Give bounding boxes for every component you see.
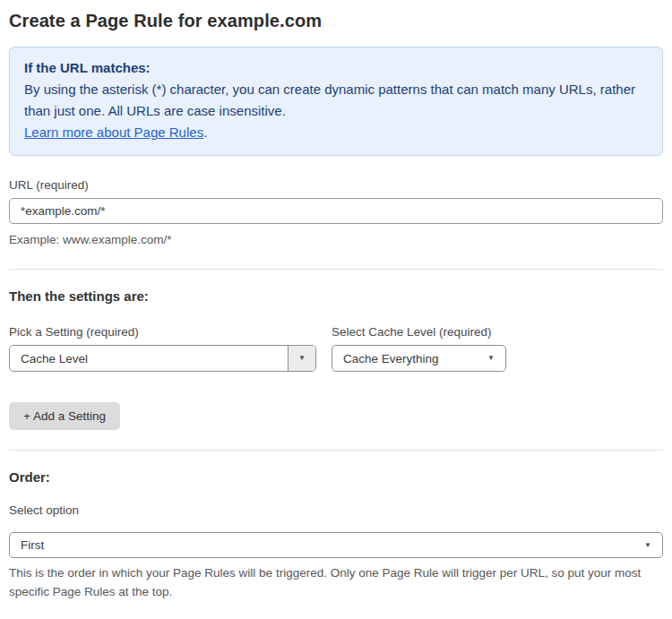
divider xyxy=(9,269,663,270)
add-setting-button[interactable]: + Add a Setting xyxy=(9,402,120,430)
learn-more-link[interactable]: Learn more about Page Rules xyxy=(24,125,203,140)
url-section: URL (required) Example: www.example.com/… xyxy=(9,178,663,249)
info-box-link-line: Learn more about Page Rules. xyxy=(24,122,648,143)
url-field-label: URL (required) xyxy=(9,178,663,192)
divider xyxy=(9,450,663,451)
order-select[interactable]: First ▼ xyxy=(9,532,663,558)
setting-picker-arrow-segment[interactable]: ▼ xyxy=(288,346,315,371)
chevron-down-icon: ▼ xyxy=(298,355,306,362)
settings-row: Pick a Setting (required) Cache Level ▼ … xyxy=(9,325,663,372)
order-helper-text: This is the order in which your Page Rul… xyxy=(9,563,663,601)
setting-picker-value: Cache Level xyxy=(10,352,288,365)
chevron-down-icon: ▼ xyxy=(644,542,651,549)
cache-level-label: Select Cache Level (required) xyxy=(332,325,506,339)
order-section: Order: Select option First ▼ This is the… xyxy=(9,469,663,601)
setting-picker-label: Pick a Setting (required) xyxy=(9,325,316,339)
info-box-body: By using the asterisk (*) character, you… xyxy=(24,79,648,122)
info-box-heading: If the URL matches: xyxy=(24,57,648,79)
url-example-helper: Example: www.example.com/* xyxy=(9,230,663,249)
link-suffix: . xyxy=(203,125,207,140)
url-input[interactable] xyxy=(9,198,663,224)
cache-level-value: Cache Everything xyxy=(332,352,487,365)
setting-picker-select[interactable]: Cache Level ▼ xyxy=(9,345,316,372)
order-select-label: Select option xyxy=(9,503,663,517)
settings-section: Then the settings are: Pick a Setting (r… xyxy=(9,288,663,430)
create-page-rule-form: Create a Page Rule for example.com If th… xyxy=(0,0,672,619)
url-matches-info-box: If the URL matches: By using the asteris… xyxy=(9,47,663,156)
cache-level-select[interactable]: Cache Everything ▼ xyxy=(332,345,506,372)
chevron-down-icon: ▼ xyxy=(487,355,495,362)
page-title: Create a Page Rule for example.com xyxy=(9,11,663,31)
order-select-value: First xyxy=(10,538,644,552)
settings-heading: Then the settings are: xyxy=(9,288,663,304)
cache-level-picker-group: Select Cache Level (required) Cache Ever… xyxy=(332,325,506,372)
order-heading: Order: xyxy=(9,469,663,485)
setting-picker-group: Pick a Setting (required) Cache Level ▼ xyxy=(9,325,316,372)
